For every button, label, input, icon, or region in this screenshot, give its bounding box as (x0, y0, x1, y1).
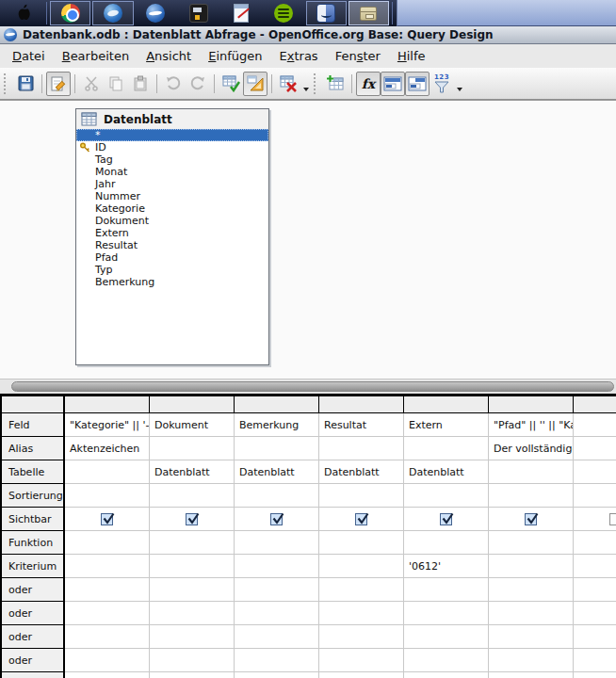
grid-column-header-5[interactable] (404, 396, 489, 413)
grid-cell-sichtbar-col1[interactable] (65, 508, 150, 531)
toolbar-overflow-dropdown[interactable] (300, 72, 312, 96)
grid-cell-_partial-col3[interactable] (235, 672, 319, 678)
menu-item-bearbeiten[interactable]: Bearbeiten (54, 46, 138, 66)
grid-cell-sichtbar-col2[interactable] (150, 508, 235, 531)
grid-cell-sichtbar-col6[interactable] (489, 508, 574, 531)
field-item-asterisk[interactable]: * (76, 129, 268, 141)
grid-cell-tabelle-col3[interactable]: Datenblatt (235, 460, 319, 484)
grid-cell-oder4-col7[interactable] (574, 649, 616, 672)
table-name-button[interactable] (381, 72, 405, 96)
grid-cell-alias-col1[interactable]: Aktenzeichen (65, 437, 150, 460)
grid-cell-sortierung-col1[interactable] (65, 484, 150, 508)
field-item-nummer[interactable]: Nummer (76, 190, 268, 202)
grid-cell-oder2-col1[interactable] (65, 602, 150, 625)
grid-cell-_partial-col1[interactable] (65, 672, 150, 678)
redo-button[interactable] (186, 72, 210, 96)
grid-cell-oder3-col6[interactable] (489, 625, 574, 649)
grid-cell-oder2-col6[interactable] (489, 602, 574, 625)
field-item-dokument[interactable]: Dokument (76, 215, 268, 227)
grid-cell-funktion-col7[interactable] (574, 531, 616, 555)
grid-cell-oder3-col4[interactable] (319, 625, 404, 649)
paste-button[interactable] (128, 72, 153, 96)
field-item-typ[interactable]: Typ (76, 264, 268, 276)
grid-cell-funktion-col3[interactable] (235, 531, 319, 555)
grid-cell-oder4-col3[interactable] (235, 649, 319, 672)
grid-cell-tabelle-col6[interactable] (489, 460, 574, 484)
taskbar-item-spotify[interactable] (263, 1, 303, 25)
grid-cell-funktion-col4[interactable] (319, 531, 404, 555)
grid-cell-oder2-col3[interactable] (235, 602, 319, 625)
taskbar-item-openoffice[interactable] (136, 1, 176, 25)
taskbar-item-finder[interactable] (306, 1, 347, 25)
grid-cell-tabelle-col5[interactable]: Datenblatt (404, 460, 489, 484)
query-design-canvas[interactable]: Datenblatt *IDTagMonatJahrNummerKategori… (0, 100, 616, 379)
clear-query-button[interactable] (276, 72, 300, 96)
field-item-pfad[interactable]: Pfad (76, 251, 268, 264)
design-view-toggle-button[interactable] (243, 72, 267, 96)
grid-cell-oder1-col6[interactable] (489, 578, 574, 602)
grid-cell-kriterium-col5[interactable]: '0612' (404, 555, 489, 578)
grid-column-header-4[interactable] (319, 396, 404, 413)
grid-cell-alias-col3[interactable] (235, 437, 319, 460)
add-table-button[interactable] (323, 72, 348, 96)
field-item-jahr[interactable]: Jahr (76, 178, 268, 190)
grid-cell-funktion-col6[interactable] (489, 531, 574, 555)
grid-cell-sortierung-col2[interactable] (150, 484, 235, 508)
grid-cell-oder2-col5[interactable] (404, 602, 489, 625)
grid-cell-oder4-col2[interactable] (150, 649, 235, 672)
taskbar-item-dark-app[interactable] (178, 1, 219, 25)
grid-cell-oder1-col2[interactable] (150, 578, 235, 602)
grid-cell-oder3-col7[interactable] (574, 625, 616, 649)
horizontal-scrollbar[interactable] (0, 379, 616, 394)
grid-cell-_partial-col6[interactable] (489, 672, 574, 678)
grid-cell-sortierung-col5[interactable] (404, 484, 489, 508)
grid-cell-_partial-col2[interactable] (150, 672, 235, 678)
grid-cell-feld-col7[interactable] (574, 413, 616, 437)
grid-cell-kriterium-col6[interactable] (489, 555, 574, 578)
visible-checkbox-checked[interactable] (101, 513, 113, 525)
table-window-datenblatt[interactable]: Datenblatt *IDTagMonatJahrNummerKategori… (75, 108, 269, 365)
grid-cell-feld-col1[interactable]: "Kategorie" || '-' | (65, 413, 150, 437)
grid-cell-sortierung-col6[interactable] (489, 484, 574, 508)
grid-cell-alias-col2[interactable] (150, 437, 235, 460)
menu-item-einfügen[interactable]: Einfügen (200, 46, 270, 66)
grid-cell-oder3-col2[interactable] (150, 625, 235, 649)
field-item-kategorie[interactable]: Kategorie (76, 202, 268, 215)
field-item-bemerkung[interactable]: Bemerkung (76, 276, 268, 288)
grid-cell-sichtbar-col7[interactable] (574, 508, 616, 531)
grid-cell-tabelle-col2[interactable]: Datenblatt (150, 460, 235, 484)
grid-cell-funktion-col1[interactable] (65, 531, 150, 555)
grid-cell-kriterium-col4[interactable] (319, 555, 404, 578)
grid-cell-feld-col5[interactable]: Extern (404, 413, 489, 437)
grid-cell-tabelle-col4[interactable]: Datenblatt (319, 460, 404, 484)
grid-cell-oder1-col5[interactable] (404, 578, 489, 602)
grid-cell-_partial-col5[interactable] (404, 672, 489, 678)
taskbar-item-chrome[interactable] (50, 1, 90, 25)
grid-cell-kriterium-col7[interactable] (574, 555, 616, 578)
grid-cell-oder2-col7[interactable] (574, 602, 616, 625)
menu-item-fenster[interactable]: Fenster (327, 46, 389, 66)
functions-button[interactable]: fx (356, 72, 381, 96)
grid-cell-feld-col3[interactable]: Bemerkung (235, 413, 319, 437)
field-item-resultat[interactable]: Resultat (76, 239, 268, 251)
toolbar-grip[interactable] (314, 73, 319, 94)
save-button[interactable] (13, 72, 38, 96)
table-window-header[interactable]: Datenblatt (76, 109, 268, 129)
grid-column-header-2[interactable] (150, 396, 235, 413)
grid-cell-alias-col5[interactable] (404, 437, 489, 460)
grid-cell-sichtbar-col3[interactable] (235, 508, 319, 531)
grid-cell-oder4-col5[interactable] (404, 649, 489, 672)
toolbar-grip[interactable] (4, 73, 9, 94)
visible-checkbox-checked[interactable] (186, 513, 198, 525)
grid-cell-feld-col6[interactable]: "Pfad" || '' || "Kate (489, 413, 574, 437)
scrollbar-thumb[interactable] (11, 381, 614, 392)
grid-cell-oder4-col1[interactable] (65, 649, 150, 672)
grid-cell-oder2-col4[interactable] (319, 602, 404, 625)
grid-cell-sortierung-col3[interactable] (235, 484, 319, 508)
grid-cell-alias-col6[interactable]: Der vollständige (489, 437, 574, 460)
grid-cell-feld-col4[interactable]: Resultat (319, 413, 404, 437)
visible-checkbox-checked[interactable] (525, 513, 537, 525)
grid-cell-_partial-col4[interactable] (319, 672, 404, 678)
copy-button[interactable] (104, 72, 128, 96)
grid-cell-oder1-col1[interactable] (65, 578, 150, 602)
